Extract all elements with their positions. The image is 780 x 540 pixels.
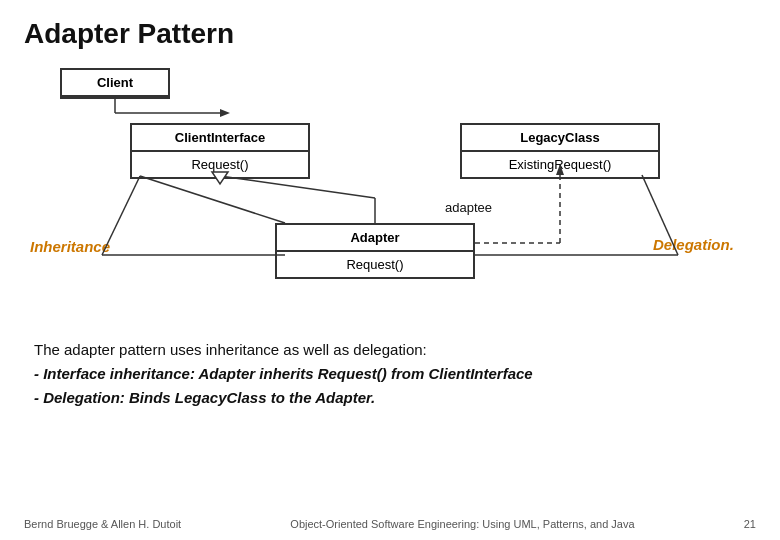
footer: Bernd Bruegge & Allen H. Dutoit Object-O… — [24, 518, 756, 530]
legacy-class-box: LegacyClass ExistingRequest() — [460, 123, 660, 179]
description-line2-text: - Interface inheritance: Adapter inherit… — [34, 365, 533, 382]
svg-line-9 — [140, 176, 285, 223]
svg-marker-2 — [220, 109, 230, 117]
client-interface-box-header: ClientInterface — [132, 125, 308, 152]
inheritance-label: Inheritance — [30, 238, 110, 255]
legacy-class-method: ExistingRequest() — [462, 152, 658, 177]
diagram-area: Client ClientInterface Request() LegacyC… — [30, 68, 750, 328]
client-box-header: Client — [62, 70, 168, 97]
legacy-class-box-header: LegacyClass — [462, 125, 658, 152]
svg-line-4 — [220, 176, 375, 198]
adapter-box-method: Request() — [277, 252, 473, 277]
footer-center: Object-Oriented Software Engineering: Us… — [290, 518, 634, 530]
delegation-label: Delegation. — [653, 236, 734, 253]
footer-left: Bernd Bruegge & Allen H. Dutoit — [24, 518, 181, 530]
description-line3: - Delegation: Binds LegacyClass to the A… — [34, 386, 756, 410]
client-interface-box: ClientInterface Request() — [130, 123, 310, 179]
footer-right: 21 — [744, 518, 756, 530]
client-interface-method: Request() — [132, 152, 308, 177]
page-title: Adapter Pattern — [24, 18, 756, 50]
adaptee-label: adaptee — [445, 200, 492, 215]
adapter-box: Adapter Request() — [275, 223, 475, 279]
description-line2: - Interface inheritance: Adapter inherit… — [34, 362, 756, 386]
adapter-box-header: Adapter — [277, 225, 473, 252]
client-box: Client — [60, 68, 170, 99]
diagram-arrows — [30, 68, 750, 328]
description-line1: The adapter pattern uses inheritance as … — [34, 338, 756, 362]
page: Adapter Pattern Client ClientInterface R… — [0, 0, 780, 540]
description: The adapter pattern uses inheritance as … — [34, 338, 756, 410]
